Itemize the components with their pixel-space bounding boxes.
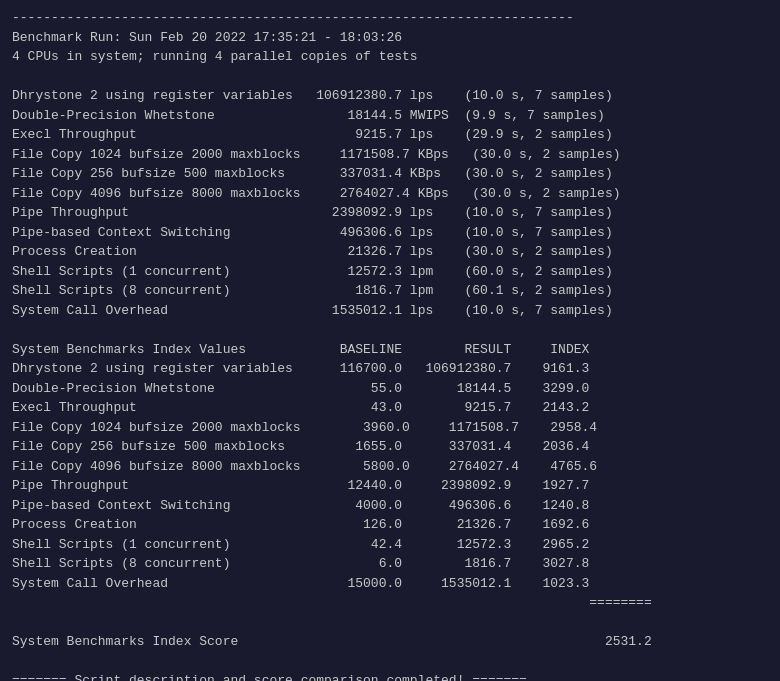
result-row: System Call Overhead 1535012.1 lps (10.0… — [12, 301, 768, 321]
score-line: System Benchmarks Index Score 2531.2 — [12, 632, 768, 652]
results-section: Dhrystone 2 using register variables 106… — [12, 86, 768, 320]
index-header-row: System Benchmarks Index Values BASELINE … — [12, 340, 768, 360]
index-row: Dhrystone 2 using register variables 116… — [12, 359, 768, 379]
index-row: Shell Scripts (1 concurrent) 42.4 12572.… — [12, 535, 768, 555]
header-section: Benchmark Run: Sun Feb 20 2022 17:35:21 … — [12, 28, 768, 67]
result-row: Shell Scripts (1 concurrent) 12572.3 lpm… — [12, 262, 768, 282]
score-section: System Benchmarks Index Score 2531.2 — [12, 632, 768, 652]
index-section: System Benchmarks Index Values BASELINE … — [12, 340, 768, 613]
index-row: File Copy 1024 bufsize 2000 maxblocks 39… — [12, 418, 768, 438]
result-row: Dhrystone 2 using register variables 106… — [12, 86, 768, 106]
result-row: Pipe-based Context Switching 496306.6 lp… — [12, 223, 768, 243]
index-row: Double-Precision Whetstone 55.0 18144.5 … — [12, 379, 768, 399]
result-row: File Copy 1024 bufsize 2000 maxblocks 11… — [12, 145, 768, 165]
result-row: Process Creation 21326.7 lps (30.0 s, 2 … — [12, 242, 768, 262]
index-row: System Call Overhead 15000.0 1535012.1 1… — [12, 574, 768, 594]
index-row: Process Creation 126.0 21326.7 1692.6 — [12, 515, 768, 535]
header-line2: 4 CPUs in system; running 4 parallel cop… — [12, 47, 768, 67]
index-row: Pipe-based Context Switching 4000.0 4963… — [12, 496, 768, 516]
index-row: Shell Scripts (8 concurrent) 6.0 1816.7 … — [12, 554, 768, 574]
header-line1: Benchmark Run: Sun Feb 20 2022 17:35:21 … — [12, 28, 768, 48]
result-row: Shell Scripts (8 concurrent) 1816.7 lpm … — [12, 281, 768, 301]
result-row: Double-Precision Whetstone 18144.5 MWIPS… — [12, 106, 768, 126]
index-row: Pipe Throughput 12440.0 2398092.9 1927.7 — [12, 476, 768, 496]
footer-line: ======= Script description and score com… — [12, 671, 768, 681]
terminal: ----------------------------------------… — [12, 8, 768, 681]
result-row: File Copy 256 bufsize 500 maxblocks 3370… — [12, 164, 768, 184]
result-row: Pipe Throughput 2398092.9 lps (10.0 s, 7… — [12, 203, 768, 223]
footer-section: ======= Script description and score com… — [12, 671, 768, 681]
index-row: File Copy 4096 bufsize 8000 maxblocks 58… — [12, 457, 768, 477]
top-separator: ----------------------------------------… — [12, 8, 768, 28]
result-row: File Copy 4096 bufsize 8000 maxblocks 27… — [12, 184, 768, 204]
index-row: File Copy 256 bufsize 500 maxblocks 1655… — [12, 437, 768, 457]
index-row: Execl Throughput 43.0 9215.7 2143.2 — [12, 398, 768, 418]
equals-line: ======== — [12, 593, 768, 613]
result-row: Execl Throughput 9215.7 lps (29.9 s, 2 s… — [12, 125, 768, 145]
